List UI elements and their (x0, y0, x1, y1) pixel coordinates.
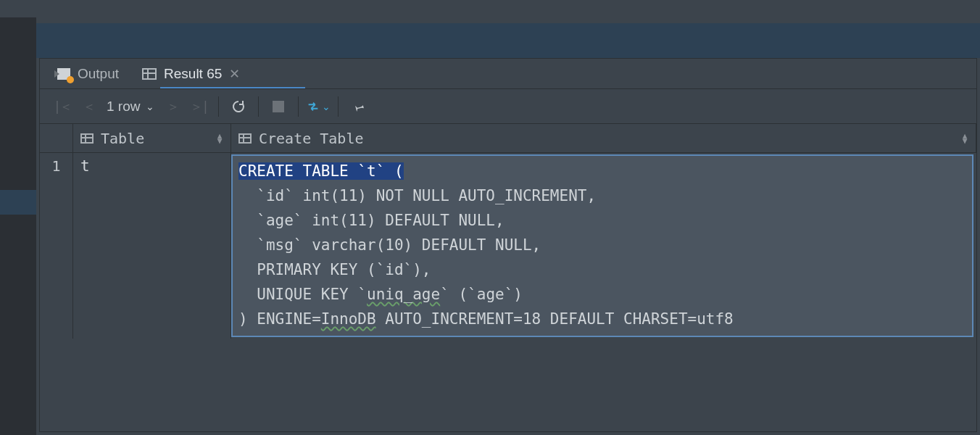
separator (298, 96, 299, 117)
cell-create-sql[interactable]: CREATE TABLE `t` ( `id` int(11) NOT NULL… (231, 154, 973, 337)
sql-line-7c: AUTO_INCREMENT=18 DEFAULT CHARSET=utf8 (376, 310, 734, 328)
tab-result[interactable]: Result 65 ✕ (142, 59, 240, 89)
row-number: 1 (40, 153, 73, 339)
left-gutter (0, 0, 36, 435)
table-icon (238, 133, 252, 144)
swap-arrows-icon (306, 99, 320, 114)
pin-button[interactable] (346, 94, 370, 119)
top-ribbon (36, 23, 980, 58)
sql-line-2: `id` int(11) NOT NULL AUTO_INCREMENT, (238, 187, 596, 204)
sql-line-5: PRIMARY KEY (`id`), (238, 261, 431, 278)
reload-icon (231, 99, 246, 114)
result-toolbar: |＜ ＜ 1 row ⌄ ＞ ＞| (40, 89, 976, 124)
chevron-down-icon: ⌄ (146, 101, 154, 112)
sql-line-6c: ` (`age`) (440, 286, 523, 303)
stop-button[interactable] (266, 94, 291, 119)
row-count-label: 1 row (107, 99, 140, 115)
result-header-row: Table ▲▼ Create Table ▲▼ (40, 124, 976, 153)
sql-line-6a: UNIQUE KEY ` (238, 286, 367, 303)
separator (258, 96, 259, 117)
table-icon (142, 68, 157, 80)
sql-line-1: CREATE TABLE `t` ( (238, 162, 404, 180)
reload-button[interactable] (226, 94, 251, 119)
pin-icon (351, 99, 365, 114)
sort-icon[interactable]: ▲▼ (215, 133, 225, 144)
tab-output[interactable]: Output (57, 59, 119, 89)
header-rownum (40, 124, 73, 152)
column-header-table-label: Table (101, 130, 144, 147)
output-panel: Output Result 65 ✕ |＜ ＜ 1 row ⌄ ＞ ＞| (39, 58, 977, 432)
sort-icon[interactable]: ▲▼ (960, 133, 970, 144)
last-page-button[interactable]: ＞| (186, 94, 211, 119)
column-header-create[interactable]: Create Table ▲▼ (231, 124, 976, 152)
column-header-table[interactable]: Table ▲▼ (73, 124, 231, 152)
table-row[interactable]: 1 t CREATE TABLE `t` ( `id` int(11) NOT … (40, 153, 976, 339)
compare-button[interactable]: ⌄ (306, 94, 331, 119)
chevron-down-icon: ⌄ (322, 101, 331, 112)
row-count-dropdown[interactable]: 1 row ⌄ (102, 99, 159, 115)
left-gutter-highlight (0, 190, 36, 215)
panel-tabs: Output Result 65 ✕ (40, 59, 976, 89)
sql-line-3: `age` int(11) DEFAULT NULL, (238, 212, 504, 229)
cell-table-name[interactable]: t (73, 153, 231, 339)
prev-page-button[interactable]: ＜ (76, 94, 101, 119)
left-gutter-tab (0, 0, 36, 17)
first-page-button[interactable]: |＜ (50, 94, 75, 119)
table-icon (80, 133, 94, 144)
column-header-create-label: Create Table (259, 130, 364, 147)
close-icon[interactable]: ✕ (229, 66, 240, 82)
console-output-icon (57, 68, 70, 80)
sql-line-7a: ) ENGINE= (238, 310, 321, 328)
separator (218, 96, 219, 117)
sql-line-6-ident: uniq_age (367, 286, 440, 303)
stop-icon (273, 101, 284, 112)
sql-line-4: `msg` varchar(10) DEFAULT NULL, (238, 236, 541, 254)
editor-stage: Output Result 65 ✕ |＜ ＜ 1 row ⌄ ＞ ＞| (36, 0, 980, 435)
sql-line-7-engine: InnoDB (321, 310, 376, 328)
separator (338, 96, 339, 117)
tab-result-label: Result 65 (164, 66, 222, 82)
next-page-button[interactable]: ＞ (160, 94, 185, 119)
tab-output-label: Output (78, 66, 119, 82)
